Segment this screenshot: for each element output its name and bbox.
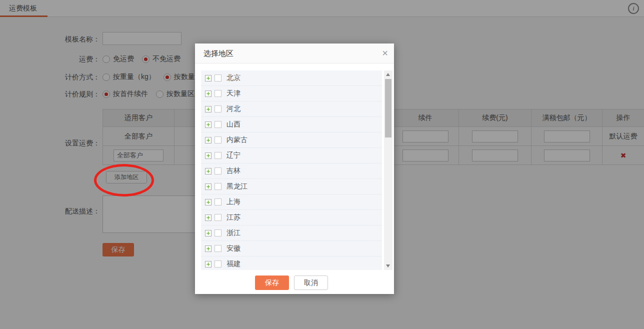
region-rows: 北京天津河北山西内蒙古辽宁吉林黑龙江上海江苏浙江安徽福建 — [201, 70, 382, 270]
region-label: 天津 — [226, 89, 240, 98]
region-checkbox[interactable] — [214, 152, 222, 159]
region-checkbox[interactable] — [214, 106, 222, 112]
close-icon[interactable]: × — [382, 47, 388, 59]
expand-plus-icon[interactable] — [205, 75, 212, 82]
region-list: 北京天津河北山西内蒙古辽宁吉林黑龙江上海江苏浙江安徽福建 — [201, 70, 392, 270]
expand-plus-icon[interactable] — [205, 106, 212, 112]
region-row: 北京 — [201, 70, 382, 86]
region-label: 福建 — [226, 260, 240, 268]
region-checkbox[interactable] — [214, 168, 222, 174]
modal-save-button[interactable]: 保存 — [255, 276, 289, 290]
region-row: 吉林 — [201, 164, 382, 179]
region-checkbox[interactable] — [214, 198, 222, 206]
plus-bar — [208, 76, 209, 80]
expand-plus-icon[interactable] — [205, 214, 212, 221]
region-row: 江苏 — [201, 210, 382, 226]
shipping-template-page: 运费模板 i 模板名称： 运费： 计价方式： 计价规则： 设置运费： 配送描述：… — [0, 0, 644, 329]
region-row: 黑龙江 — [201, 179, 382, 194]
region-row: 浙江 — [201, 226, 382, 241]
region-label: 江苏 — [226, 213, 240, 222]
region-label: 山西 — [226, 120, 240, 129]
region-label: 吉林 — [226, 166, 240, 176]
region-checkbox[interactable] — [214, 183, 222, 190]
plus-bar — [208, 138, 209, 142]
region-label: 河北 — [226, 104, 240, 114]
region-checkbox[interactable] — [214, 230, 222, 236]
region-row: 内蒙古 — [201, 132, 382, 148]
scrollbar-thumb[interactable] — [385, 79, 392, 138]
plus-bar — [208, 123, 209, 126]
region-checkbox[interactable] — [214, 136, 222, 144]
expand-plus-icon[interactable] — [205, 199, 212, 206]
region-label: 内蒙古 — [226, 136, 248, 144]
scrollbar-down-icon[interactable] — [386, 264, 390, 268]
plus-bar — [208, 92, 209, 96]
region-row: 河北 — [201, 102, 382, 117]
expand-plus-icon[interactable] — [205, 90, 212, 97]
region-row: 福建 — [201, 256, 382, 270]
region-row: 辽宁 — [201, 148, 382, 164]
region-label: 辽宁 — [226, 151, 240, 160]
region-checkbox[interactable] — [214, 90, 222, 97]
expand-plus-icon[interactable] — [205, 152, 212, 159]
plus-bar — [208, 262, 209, 266]
expand-plus-icon[interactable] — [205, 184, 212, 190]
modal-header: 选择地区 × — [195, 44, 394, 64]
plus-bar — [208, 170, 209, 173]
expand-plus-icon[interactable] — [205, 168, 212, 174]
plus-bar — [208, 216, 209, 220]
plus-bar — [208, 108, 209, 111]
region-checkbox[interactable] — [214, 260, 222, 268]
expand-plus-icon[interactable] — [205, 246, 212, 252]
expand-plus-icon[interactable] — [205, 122, 212, 128]
region-row: 天津 — [201, 86, 382, 102]
region-label: 北京 — [226, 74, 240, 82]
plus-bar — [208, 185, 209, 188]
region-label: 安徽 — [226, 244, 240, 253]
region-checkbox[interactable] — [214, 245, 222, 252]
plus-bar — [208, 247, 209, 250]
region-checkbox[interactable] — [214, 74, 222, 82]
region-row: 上海 — [201, 194, 382, 210]
region-label: 上海 — [226, 198, 240, 206]
region-label: 浙江 — [226, 228, 240, 238]
expand-plus-icon[interactable] — [205, 230, 212, 236]
plus-bar — [208, 200, 209, 204]
annotation-red-circle — [94, 164, 154, 196]
region-checkbox[interactable] — [214, 214, 222, 221]
region-row: 安徽 — [201, 241, 382, 256]
plus-bar — [208, 154, 209, 158]
expand-plus-icon[interactable] — [205, 261, 212, 268]
region-checkbox[interactable] — [214, 121, 222, 128]
select-region-modal: 选择地区 × 北京天津河北山西内蒙古辽宁吉林黑龙江上海江苏浙江安徽福建 保存 取… — [195, 44, 394, 294]
region-row: 山西 — [201, 117, 382, 132]
region-label: 黑龙江 — [226, 182, 248, 191]
plus-bar — [208, 232, 209, 235]
modal-cancel-button[interactable]: 取消 — [294, 276, 328, 290]
scrollbar[interactable] — [384, 70, 392, 270]
expand-plus-icon[interactable] — [205, 137, 212, 144]
modal-title: 选择地区 — [204, 49, 234, 58]
scrollbar-up-icon[interactable] — [386, 73, 390, 76]
